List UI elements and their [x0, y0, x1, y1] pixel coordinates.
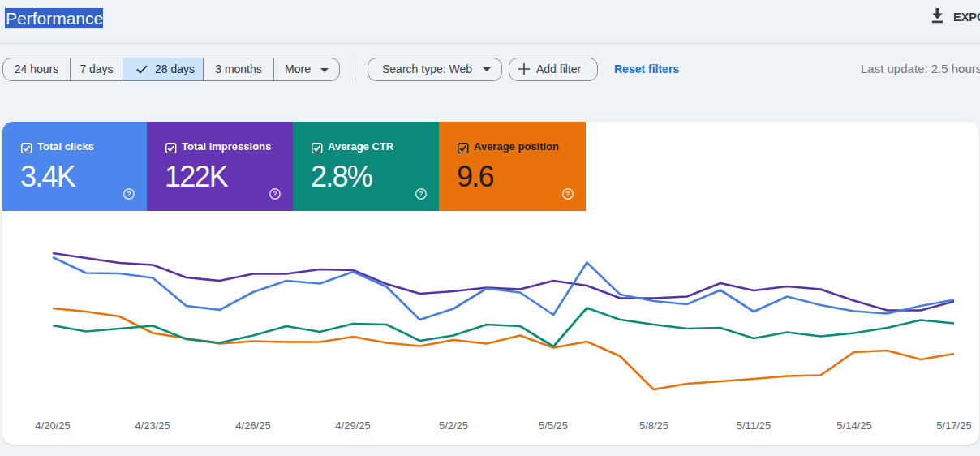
svg-text:?: ?	[127, 189, 131, 198]
svg-text:?: ?	[273, 189, 277, 198]
svg-text:?: ?	[565, 189, 570, 198]
svg-text:?: ?	[419, 189, 423, 198]
